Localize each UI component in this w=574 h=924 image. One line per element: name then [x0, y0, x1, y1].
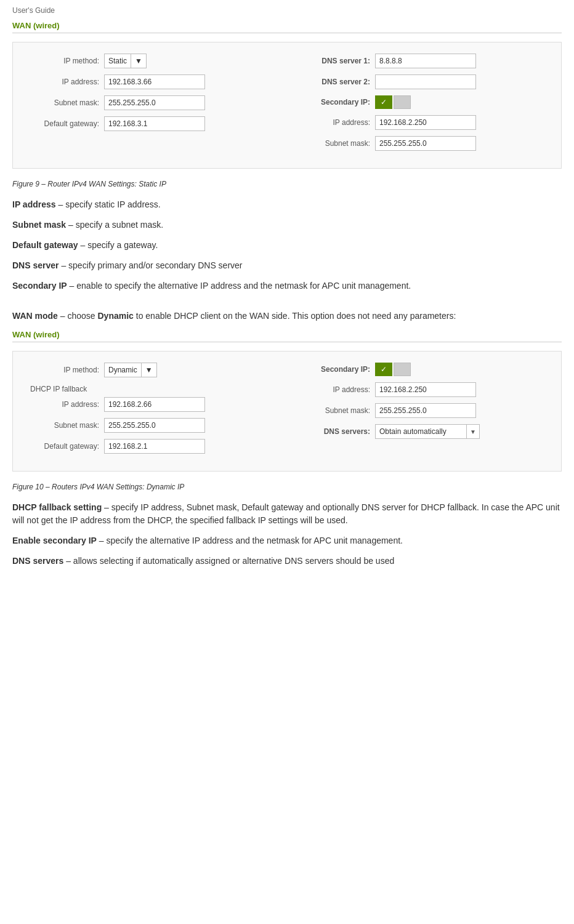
dyn-secondary-ip-addr-row: IP address:: [296, 382, 549, 397]
default-gateway-row: Default gateway:: [25, 116, 278, 131]
dyn-ip-method-select[interactable]: Dynamic ▼: [104, 363, 157, 377]
ip-address-row: IP address:: [25, 74, 278, 89]
dyn-ip-method-arrow-icon: ▼: [141, 363, 156, 377]
dyn-secondary-subnet-row: Subnet mask:: [296, 403, 549, 418]
para-ip-address: IP address – specify static IP address.: [12, 198, 562, 211]
dynamic-left-col: IP method: Dynamic ▼ DHCP IP fallback IP…: [25, 363, 278, 460]
secondary-subnet-label: Subnet mask:: [296, 139, 370, 148]
dns1-input[interactable]: [375, 54, 476, 68]
figure2-caption: Figure 10 – Routers IPv4 WAN Settings: D…: [12, 483, 562, 491]
figure1-caption: Figure 9 – Router IPv4 WAN Settings: Sta…: [12, 180, 562, 188]
para-dhcp-fallback: DHCP fallback setting – specify IP addre…: [12, 501, 562, 527]
ip-method-select[interactable]: Static ▼: [104, 54, 147, 68]
dynamic-right-col: Secondary IP: ✓ IP address: Subnet mask:…: [296, 363, 549, 460]
subnet-mask-label: Subnet mask:: [25, 98, 99, 107]
ip-method-label: IP method:: [25, 57, 99, 65]
dyn-subnet-mask-row: Subnet mask:: [25, 418, 278, 433]
dyn-toggle-on-btn[interactable]: ✓: [375, 363, 392, 376]
default-gateway-input[interactable]: [104, 116, 205, 131]
para-dns-server: DNS server – specify primary and/or seco…: [12, 259, 562, 272]
toggle-off-btn[interactable]: [394, 95, 411, 109]
ip-method-arrow-icon: ▼: [131, 54, 146, 68]
dyn-default-gateway-input[interactable]: [104, 439, 205, 454]
dyn-ip-address-input[interactable]: [104, 397, 205, 412]
dyn-ip-method-row: IP method: Dynamic ▼: [25, 363, 278, 377]
dyn-dns-servers-value: Obtain automatically: [376, 427, 466, 436]
dyn-secondary-ip-toggle[interactable]: ✓: [375, 363, 411, 376]
dyn-ip-method-value: Dynamic: [105, 366, 141, 374]
section1-title: WAN (wired): [12, 21, 562, 33]
secondary-subnet-input[interactable]: [375, 136, 476, 151]
secondary-ip-addr-row: IP address:: [296, 115, 549, 130]
para-dns-servers: DNS servers – allows selecting if automa…: [12, 555, 562, 568]
dyn-default-gateway-row: Default gateway:: [25, 439, 278, 454]
secondary-ip-addr-label: IP address:: [296, 118, 370, 127]
ip-address-label: IP address:: [25, 78, 99, 86]
dhcp-fallback-text: DHCP IP fallback: [30, 385, 87, 393]
dns2-input[interactable]: [375, 74, 476, 89]
breadcrumb: User's Guide: [12, 6, 562, 15]
wan-box-dynamic: IP method: Dynamic ▼ DHCP IP fallback IP…: [12, 351, 562, 472]
dyn-default-gateway-label: Default gateway:: [25, 442, 99, 451]
dns2-label: DNS server 2:: [296, 78, 370, 86]
static-left-col: IP method: Static ▼ IP address: Subnet m…: [25, 54, 278, 157]
static-right-col: DNS server 1: DNS server 2: Secondary IP…: [296, 54, 549, 157]
dyn-subnet-mask-input[interactable]: [104, 418, 205, 433]
dyn-dns-servers-label: DNS servers:: [296, 427, 370, 436]
dyn-secondary-subnet-label: Subnet mask:: [296, 406, 370, 415]
dyn-ip-address-row: IP address:: [25, 397, 278, 412]
dhcp-fallback-sublabel: DHCP IP fallback: [30, 384, 278, 393]
ip-method-value: Static: [105, 57, 131, 65]
dyn-toggle-off-btn[interactable]: [394, 363, 411, 376]
dyn-secondary-ip-addr-label: IP address:: [296, 385, 370, 394]
dns2-row: DNS server 2:: [296, 74, 549, 89]
dyn-dns-servers-row: DNS servers: Obtain automatically ▼: [296, 424, 549, 439]
dyn-secondary-subnet-input[interactable]: [375, 403, 476, 418]
ip-method-row: IP method: Static ▼: [25, 54, 278, 68]
para-default-gateway: Default gateway – specify a gateway.: [12, 239, 562, 252]
para-subnet-mask: Subnet mask – specify a subnet mask.: [12, 219, 562, 231]
toggle-on-btn[interactable]: ✓: [375, 95, 392, 109]
dns1-label: DNS server 1:: [296, 57, 370, 65]
dns1-row: DNS server 1:: [296, 54, 549, 68]
dyn-subnet-mask-label: Subnet mask:: [25, 421, 99, 430]
dyn-secondary-ip-label: Secondary IP:: [296, 365, 370, 374]
subnet-mask-row: Subnet mask:: [25, 95, 278, 110]
ip-address-input[interactable]: [104, 74, 205, 89]
wan-box-static: IP method: Static ▼ IP address: Subnet m…: [12, 42, 562, 169]
secondary-ip-toggle-row: Secondary IP: ✓: [296, 95, 549, 109]
para-enable-secondary-ip: Enable secondary IP – specify the altern…: [12, 534, 562, 547]
subnet-mask-input[interactable]: [104, 95, 205, 110]
dyn-dns-servers-arrow-icon: ▼: [466, 425, 479, 438]
para-secondary-ip: Secondary IP – enable to specify the alt…: [12, 279, 562, 292]
dyn-dns-servers-select[interactable]: Obtain automatically ▼: [375, 424, 480, 439]
para-wan-mode: WAN mode – choose Dynamic to enable DHCP…: [12, 310, 562, 323]
dyn-secondary-ip-addr-input[interactable]: [375, 382, 476, 397]
secondary-subnet-row: Subnet mask:: [296, 136, 549, 151]
section2-title: WAN (wired): [12, 330, 562, 342]
dyn-ip-address-label: IP address:: [25, 400, 99, 409]
dyn-secondary-ip-toggle-row: Secondary IP: ✓: [296, 363, 549, 376]
secondary-ip-addr-input[interactable]: [375, 115, 476, 130]
secondary-ip-toggle[interactable]: ✓: [375, 95, 411, 109]
default-gateway-label: Default gateway:: [25, 119, 99, 128]
secondary-ip-label: Secondary IP:: [296, 98, 370, 106]
dyn-ip-method-label: IP method:: [25, 366, 99, 374]
